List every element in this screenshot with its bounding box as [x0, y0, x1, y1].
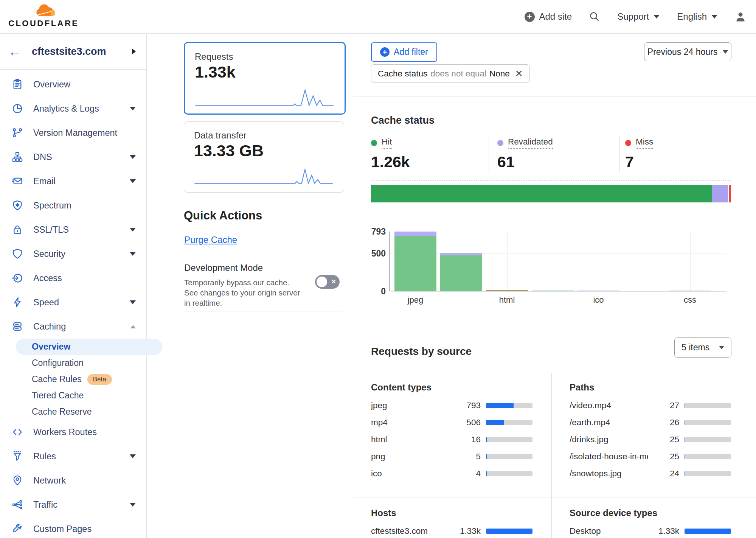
content-types-heading: Content types — [371, 382, 432, 393]
sidebar-item-access[interactable]: Access — [0, 266, 146, 290]
back-arrow-icon[interactable]: ← — [8, 45, 21, 58]
sidebar-item-label: Caching — [33, 322, 66, 332]
sidebar-item-version-management[interactable]: Version Management — [0, 121, 146, 145]
close-icon[interactable]: ✕ — [515, 68, 523, 79]
table-row[interactable]: ico 4 — [371, 465, 532, 482]
miss-dot-icon — [625, 140, 631, 146]
sidebar-item-custom-pages[interactable]: Custom Pages — [0, 517, 146, 538]
search-button[interactable] — [589, 11, 600, 22]
sidebar-item-rules[interactable]: Rules — [0, 444, 146, 468]
data-transfer-metric-card[interactable]: Data transfer 13.33 GB — [184, 121, 344, 193]
table-row[interactable]: /isolated-house-in-mo… 25 — [570, 448, 731, 465]
table-row[interactable]: /drinks.jpg 25 — [570, 431, 731, 448]
table-row[interactable]: png 5 — [371, 448, 532, 465]
language-menu[interactable]: English — [677, 11, 717, 22]
filter-chip[interactable]: Cache status does not equal None ✕ — [371, 64, 530, 83]
row-label: Desktop — [570, 526, 648, 536]
add-filter-button[interactable]: + Add filter — [371, 42, 437, 62]
sidebar-subitem-cache-rules[interactable]: Cache Rules Beta — [0, 371, 146, 387]
sidebar-item-overview[interactable]: Overview — [0, 72, 146, 96]
purge-cache-link[interactable]: Purge Cache — [184, 235, 237, 245]
sidebar-item-ssl-tls[interactable]: SSL/TLS — [0, 218, 146, 242]
sidebar-item-analytics-logs[interactable]: Analytics & Logs — [0, 96, 146, 121]
row-value: 5 — [450, 452, 481, 462]
progress-bar — [685, 437, 731, 442]
account-button[interactable] — [735, 11, 746, 22]
divider — [353, 498, 756, 498]
sidebar-item-workers-routes[interactable]: Workers Routes — [0, 420, 146, 444]
row-value: 4 — [450, 469, 481, 479]
stat-revalidated-legend[interactable]: Revalidated — [497, 137, 553, 149]
envelope-icon — [11, 175, 23, 187]
sidebar-item-caching[interactable]: Caching — [0, 314, 146, 339]
x-tick-label: html — [499, 295, 515, 305]
sidebar-item-dns[interactable]: DNS — [0, 145, 146, 169]
items-count-label: 5 items — [681, 342, 709, 353]
filter-chip-operator: does not equal — [430, 69, 486, 79]
wrench-icon — [11, 523, 23, 535]
progress-fill — [486, 454, 487, 459]
progress-fill — [685, 471, 685, 476]
sidebar-item-security[interactable]: Security — [0, 242, 146, 266]
cloudflare-logo[interactable]: CLOUDFLARE — [8, 2, 84, 28]
sidebar-subitem-cache-reserve[interactable]: Cache Reserve — [0, 404, 146, 420]
sidebar-subitem-caching-overview[interactable]: Overview — [16, 339, 162, 355]
sidebar-item-spectrum[interactable]: Spectrum — [0, 193, 146, 218]
search-icon — [589, 11, 600, 22]
development-mode-description: Temporarily bypass our cache. See change… — [184, 277, 301, 308]
progress-bar — [486, 471, 532, 476]
progress-bar — [486, 529, 532, 534]
requests-by-source-title: Requests by source — [371, 345, 472, 358]
requests-sparkline — [193, 88, 336, 110]
progress-fill — [685, 454, 685, 459]
stacked-segment-hit — [371, 185, 712, 202]
sidebar-subitem-label: Cache Rules — [32, 374, 82, 384]
arrow-circle-icon — [11, 272, 23, 284]
lock-icon — [11, 224, 23, 236]
cache-status-stacked-bar — [371, 185, 731, 202]
table-row[interactable]: /earth.mp4 26 — [570, 414, 731, 431]
sidebar-item-traffic[interactable]: Traffic — [0, 493, 146, 517]
table-row[interactable]: jpeg 793 — [371, 397, 532, 414]
development-mode-toggle[interactable]: ✕ — [315, 275, 340, 289]
lightning-icon — [11, 296, 23, 308]
table-row[interactable]: /snowtops.jpg 24 — [570, 465, 731, 482]
development-mode-title: Development Mode — [184, 263, 263, 273]
chart-bar — [486, 290, 528, 291]
paths-list: /video.mp4 27 /earth.mp4 26 /drinks.jpg … — [570, 397, 731, 482]
sidebar: ← cftestsite3.com Overview Analytics & L… — [0, 34, 147, 538]
stat-miss-legend[interactable]: Miss — [625, 137, 653, 149]
row-value: 24 — [648, 469, 679, 479]
stat-hit-legend[interactable]: Hit — [371, 137, 410, 149]
support-menu[interactable]: Support — [617, 11, 660, 22]
sidebar-item-network[interactable]: Network — [0, 468, 146, 493]
progress-fill — [486, 529, 532, 534]
requests-metric-card[interactable]: Requests 1.33k — [184, 42, 346, 115]
sidebar-item-speed[interactable]: Speed — [0, 290, 146, 314]
sidebar-item-label: Access — [33, 273, 62, 283]
chevron-up-icon — [130, 325, 136, 328]
sidebar-item-email[interactable]: Email — [0, 169, 146, 193]
table-row[interactable]: Desktop 1.33k — [570, 522, 731, 538]
add-site-button[interactable]: + Add site — [525, 11, 572, 22]
table-row[interactable]: cftestsite3.com 1.33k — [371, 522, 532, 538]
progress-bar — [486, 437, 532, 442]
progress-bar — [685, 403, 731, 408]
table-row[interactable]: mp4 506 — [371, 414, 532, 431]
chevron-right-icon[interactable] — [132, 48, 136, 54]
sidebar-subitem-configuration[interactable]: Configuration — [0, 355, 146, 371]
sidebar-subitem-tiered-cache[interactable]: Tiered Cache — [0, 387, 146, 404]
stat-hit-value: 1.26k — [371, 153, 410, 171]
chevron-down-icon — [711, 15, 717, 19]
table-row[interactable]: /video.mp4 27 — [570, 397, 731, 414]
stat-revalidated: Revalidated 61 — [497, 137, 553, 171]
row-label: ico — [371, 469, 450, 479]
items-count-select[interactable]: 5 items — [674, 337, 731, 358]
sidebar-item-label: Version Management — [33, 128, 117, 138]
time-range-select[interactable]: Previous 24 hours — [644, 42, 731, 61]
table-row[interactable]: html 16 — [371, 431, 532, 448]
chevron-down-icon — [130, 228, 136, 232]
y-tick-label: 500 — [358, 249, 386, 259]
data-transfer-value: 13.33 GB — [194, 141, 264, 160]
sidebar-item-label: Email — [33, 176, 56, 187]
